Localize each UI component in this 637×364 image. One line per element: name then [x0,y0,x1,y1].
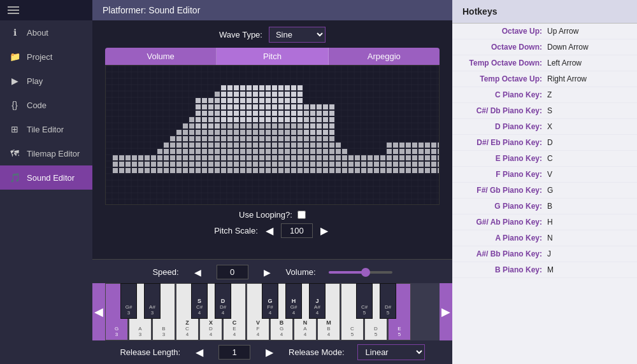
hotkey-label-15: B Piano Key: [462,265,547,274]
hotkey-label-7: D#/ Eb Piano Key: [462,138,547,147]
hotkeys-panel: Hotkeys Octave Up:Up ArrowOctave Down:Do… [452,0,637,364]
hotkey-label-2: Temp Octave Down: [462,59,547,67]
speed-volume-row: Speed: ◀ ▶ Volume: [92,265,452,283]
main-header: Platformer: Sound Editor [92,0,452,20]
pixel-grid[interactable] [105,65,440,205]
sidebar-item-label: Code [27,101,47,110]
hotkey-row-3: Temp Octave Up:Right Arrow [452,71,637,87]
hotkey-label-5: C#/ Db Piano Key: [462,106,547,115]
hotkey-row-8: E Piano Key:C [452,151,637,167]
sidebar-icon-play: ▶ [9,75,20,87]
sidebar-item-about[interactable]: ℹAbout [0,20,92,45]
wave-type-label: Wave Type: [219,30,262,39]
piano-right-button[interactable]: ▶ [440,283,452,340]
piano-black-key-A#4[interactable]: JA#4 [309,283,326,319]
tab-volume[interactable]: Volume [105,48,217,65]
release-length-label: Release Length: [120,347,180,357]
sidebar-item-label: Project [27,52,52,62]
release-mode-select[interactable]: Linear Exponential Instant [357,344,425,360]
sidebar-item-sound-editor[interactable]: 🎵Sound Editor [0,165,92,190]
piano-black-key-C#4[interactable]: SC#4 [191,283,208,319]
hotkey-value-8: C [547,154,627,163]
sidebar-item-label: Tile Editor [27,125,64,134]
pitch-scale-value[interactable] [281,223,313,238]
sidebar-item-project[interactable]: 📁Project [0,45,92,69]
release-length-increase[interactable]: ▶ [263,346,276,358]
hotkey-value-0: Up Arrow [547,27,627,36]
hotkey-label-8: E Piano Key: [462,154,547,163]
sidebar-icon-about: ℹ [9,27,20,38]
release-row: Release Length: ◀ ▶ Release Mode: Linear… [92,340,452,364]
pitch-scale-row: Pitch Scale: ◀ ▶ [105,223,440,238]
hotkey-value-3: Right Arrow [547,74,627,83]
hotkey-row-11: G Piano Key:B [452,199,637,214]
wave-type-select[interactable]: Sine Square Triangle Sawtooth [269,27,326,43]
hotkey-value-7: D [547,138,627,147]
sidebar-item-tilemap-editor[interactable]: 🗺Tilemap Editor [0,141,92,165]
hotkey-label-6: D Piano Key: [462,122,547,131]
hotkey-label-13: A Piano Key: [462,234,547,242]
wave-type-row: Wave Type: Sine Square Triangle Sawtooth [105,27,440,43]
release-length-decrease[interactable]: ◀ [193,346,206,358]
hotkey-label-14: A#/ Bb Piano Key: [462,249,547,258]
volume-slider[interactable] [329,271,392,274]
hotkey-value-1: Down Arrow [547,43,627,52]
sidebar-item-label: Sound Editor [27,173,75,183]
release-mode-label: Release Mode: [289,347,344,357]
hotkey-value-6: X [547,122,627,131]
looping-row: Use Looping?: [105,210,440,220]
hotkey-label-9: F Piano Key: [462,170,547,179]
volume-label: Volume: [286,267,316,277]
piano-left-button[interactable]: ◀ [92,283,105,340]
hotkey-label-0: Octave Up: [462,27,547,36]
speed-value[interactable] [217,265,248,279]
main-content: Platformer: Sound Editor Wave Type: Sine… [92,0,452,364]
hotkey-row-13: A Piano Key:N [452,230,637,246]
speed-decrease[interactable]: ◀ [192,267,204,277]
piano-black-key-C#5[interactable]: C#5 [356,283,373,319]
hotkey-row-12: G#/ Ab Piano Key:H [452,214,637,230]
hotkeys-title: Hotkeys [452,0,637,24]
grid-canvas[interactable] [106,66,440,205]
sidebar-items: ℹAbout📁Project▶Play{}Code⊞Tile Editor🗺Ti… [0,20,92,190]
pitch-scale-label: Pitch Scale: [214,226,258,235]
release-length-value[interactable] [218,345,250,360]
sidebar-item-label: Tilemap Editor [27,149,80,158]
hamburger-menu[interactable] [8,6,19,14]
sidebar-item-tile-editor[interactable]: ⊞Tile Editor [0,117,92,141]
sidebar-item-code[interactable]: {}Code [0,93,92,117]
hotkeys-list: Octave Up:Up ArrowOctave Down:Down Arrow… [452,24,637,278]
piano-black-key-G#4[interactable]: HG#4 [285,283,302,319]
hotkey-value-12: H [547,218,627,227]
sidebar-item-play[interactable]: ▶Play [0,69,92,93]
tab-pitch[interactable]: Pitch [217,48,328,65]
piano-black-key-F#4[interactable]: GF#4 [262,283,278,319]
hotkey-label-1: Octave Down: [462,43,547,52]
hotkey-value-5: S [547,106,627,115]
sidebar-icon-tilemap-editor: 🗺 [9,148,20,159]
tab-arpeggio[interactable]: Arpeggio [329,48,440,65]
piano-black-key-A#3[interactable]: A#3 [144,283,161,319]
piano-black-key-D#5[interactable]: D#5 [380,283,396,319]
sidebar: ℹAbout📁Project▶Play{}Code⊞Tile Editor🗺Ti… [0,0,92,364]
hotkey-row-4: C Piano Key:Z [452,87,637,103]
hotkey-row-0: Octave Up:Up Arrow [452,24,637,39]
grid-tabs: Volume Pitch Arpeggio [105,48,440,65]
looping-checkbox[interactable] [297,211,306,219]
hotkey-label-3: Temp Octave Up: [462,74,547,83]
hotkey-row-2: Temp Octave Down:Left Arrow [452,55,637,71]
pitch-scale-decrease[interactable]: ◀ [263,225,276,237]
speed-increase[interactable]: ▶ [261,267,273,277]
hotkey-value-4: Z [547,90,627,99]
hotkey-row-5: C#/ Db Piano Key:S [452,103,637,119]
hotkey-label-4: C Piano Key: [462,90,547,99]
hotkey-row-7: D#/ Eb Piano Key:D [452,135,637,151]
piano-wrapper: ◀ G3A3B3ZC4XD4CE4VF4BG4NA4MB4C5D5E5G#3A#… [92,283,452,340]
hotkey-value-11: B [547,202,627,211]
looping-label: Use Looping?: [239,210,292,220]
sidebar-icon-tile-editor: ⊞ [9,123,20,135]
pitch-scale-increase[interactable]: ▶ [318,225,331,237]
piano-black-key-D#4[interactable]: DD#4 [215,283,231,319]
piano-section: Speed: ◀ ▶ Volume: ◀ G3A3B3ZC4XD4CE4VF4B… [92,259,452,364]
piano-black-key-G#3[interactable]: G#3 [120,283,137,319]
